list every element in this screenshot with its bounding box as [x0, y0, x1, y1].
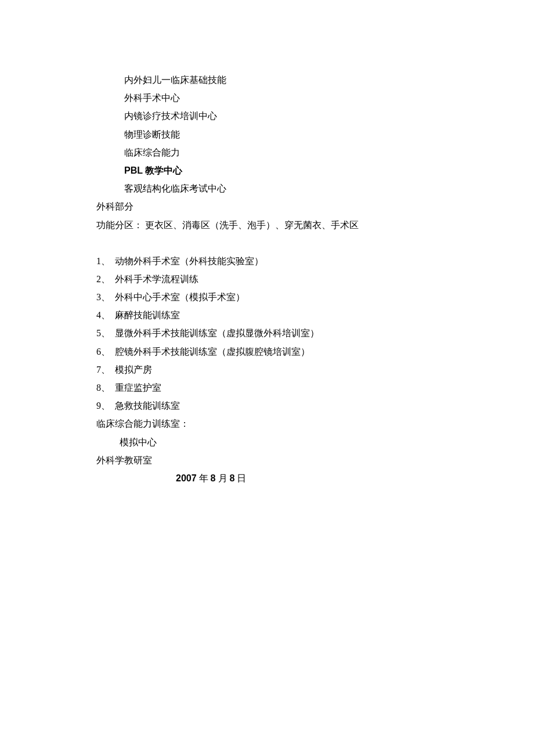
- numbered-item: 9、急救技能训练室: [96, 397, 534, 415]
- numbered-item: 2、外科手术学流程训练: [96, 270, 534, 288]
- center-item: 物理诊断技能: [96, 125, 534, 143]
- center-item: 临床综合能力: [96, 143, 534, 161]
- center-item: 内镜诊疗技术培训中心: [96, 107, 534, 125]
- surgery-dept-label: 外科学教研室: [96, 451, 534, 469]
- numbered-item: 3、外科中心手术室（模拟手术室）: [96, 288, 534, 306]
- numbered-item: 8、重症监护室: [96, 379, 534, 397]
- center-text: 内外妇儿一临床基础技能: [124, 75, 226, 85]
- item-number: 3、: [96, 288, 115, 306]
- date-month: 8: [211, 473, 216, 483]
- date-line: 2007 年 8 月 8 日: [96, 469, 534, 487]
- center-item: 客观结构化临床考试中心: [96, 179, 534, 197]
- numbered-item: 1、动物外科手术室（外科技能实验室）: [96, 252, 534, 270]
- item-number: 9、: [96, 397, 115, 415]
- item-number: 1、: [96, 252, 115, 270]
- numbered-item: 4、麻醉技能训练室: [96, 306, 534, 324]
- item-number: 6、: [96, 343, 115, 361]
- center-text: 物理诊断技能: [124, 129, 180, 139]
- item-text: 腔镜外科手术技能训练室（虚拟腹腔镜培训室）: [115, 347, 310, 357]
- numbered-item: 7、模拟产房: [96, 361, 534, 379]
- item-text: 重症监护室: [115, 383, 161, 393]
- center-text: 临床综合能力: [124, 147, 180, 157]
- center-item: 内外妇儿一临床基础技能: [96, 71, 534, 89]
- item-number: 2、: [96, 270, 115, 288]
- item-text: 模拟产房: [115, 365, 152, 375]
- item-text: 外科中心手术室（模拟手术室）: [115, 292, 245, 302]
- item-text: 麻醉技能训练室: [115, 310, 180, 320]
- clinical-training-label: 临床综合能力训练室：: [96, 415, 534, 433]
- item-text: 急救技能训练室: [115, 401, 180, 411]
- item-text: 动物外科手术室（外科技能实验室）: [115, 256, 264, 266]
- item-number: 5、: [96, 324, 115, 342]
- center-item: 外科手术中心: [96, 89, 534, 107]
- item-number: 8、: [96, 379, 115, 397]
- surgery-section-label: 外科部分: [96, 197, 534, 215]
- simulation-center: 模拟中心: [96, 433, 534, 451]
- center-text: PBL 教学中心: [124, 165, 182, 175]
- date-year: 2007: [176, 473, 197, 483]
- center-text: 内镜诊疗技术培训中心: [124, 111, 217, 121]
- spacer: [96, 234, 534, 252]
- item-text: 外科手术学流程训练: [115, 274, 199, 284]
- item-text: 显微外科手术技能训练室（虚拟显微外科培训室）: [115, 328, 319, 338]
- center-item: PBL 教学中心: [96, 161, 534, 179]
- function-zone-label: 功能分区： 更衣区、消毒区（洗手、泡手）、穿无菌衣、手术区: [96, 216, 534, 234]
- center-text: 外科手术中心: [124, 93, 180, 103]
- item-number: 7、: [96, 361, 115, 379]
- item-number: 4、: [96, 306, 115, 324]
- center-text: 客观结构化临床考试中心: [124, 183, 226, 193]
- numbered-item: 5、显微外科手术技能训练室（虚拟显微外科培训室）: [96, 324, 534, 342]
- numbered-item: 6、腔镜外科手术技能训练室（虚拟腹腔镜培训室）: [96, 343, 534, 361]
